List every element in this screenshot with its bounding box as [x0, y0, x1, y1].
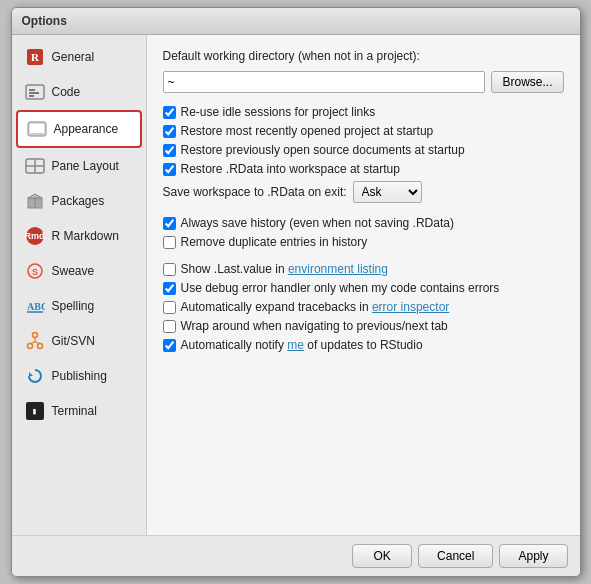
- show-last-value-checkbox[interactable]: [163, 263, 176, 276]
- checkbox-expand-tracebacks: Automatically expand tracebacks in error…: [163, 300, 564, 314]
- code-icon: [24, 81, 46, 103]
- checkbox-use-debug-handler: Use debug error handler only when my cod…: [163, 281, 564, 295]
- appearance-icon: [26, 118, 48, 140]
- ok-button[interactable]: OK: [352, 544, 412, 568]
- sidebar-item-spelling[interactable]: ABC Spelling: [16, 289, 142, 323]
- publishing-icon: [24, 365, 46, 387]
- svg-marker-13: [28, 194, 42, 198]
- auto-notify-label: Automatically notify me of updates to RS…: [181, 338, 423, 352]
- options-dialog: Options R General: [11, 7, 581, 577]
- expand-tracebacks-checkbox[interactable]: [163, 301, 176, 314]
- sidebar-item-sweave[interactable]: S Sweave: [16, 254, 142, 288]
- checkbox-always-save-history: Always save history (even when not savin…: [163, 216, 564, 230]
- checkbox-restore-rdata: Restore .RData into workspace at startup: [163, 162, 564, 176]
- restore-recent-checkbox[interactable]: [163, 125, 176, 138]
- always-save-history-checkbox[interactable]: [163, 217, 176, 230]
- sidebar-item-gitsvn-label: Git/SVN: [52, 334, 95, 348]
- svg-rect-8: [30, 133, 44, 135]
- svg-rect-7: [30, 124, 44, 133]
- svg-text:R: R: [31, 51, 40, 63]
- svg-text:ABC: ABC: [27, 301, 45, 312]
- sidebar-item-publishing[interactable]: Publishing: [16, 359, 142, 393]
- sidebar-item-terminal[interactable]: ▮ Terminal: [16, 394, 142, 428]
- terminal-icon: ▮: [24, 400, 46, 422]
- cancel-button[interactable]: Cancel: [418, 544, 493, 568]
- sidebar-item-terminal-label: Terminal: [52, 404, 97, 418]
- sidebar-item-r-markdown-label: R Markdown: [52, 229, 119, 243]
- svg-point-21: [37, 344, 42, 349]
- save-workspace-row: Save workspace to .RData on exit: Ask Al…: [163, 181, 564, 203]
- svg-marker-25: [29, 372, 33, 376]
- sidebar-item-code[interactable]: Code: [16, 75, 142, 109]
- dialog-footer: OK Cancel Apply: [12, 535, 580, 576]
- sidebar-item-code-label: Code: [52, 85, 81, 99]
- sidebar-item-general-label: General: [52, 50, 95, 64]
- checkbox-show-last-value: Show .Last.value in environment listing: [163, 262, 564, 276]
- working-dir-row: Browse...: [163, 71, 564, 93]
- expand-tracebacks-label: Automatically expand tracebacks in error…: [181, 300, 450, 314]
- dialog-body: R General Code: [12, 35, 580, 535]
- sidebar-item-appearance[interactable]: Appearance: [16, 110, 142, 148]
- checkbox-restore-recent: Restore most recently opened project at …: [163, 124, 564, 138]
- remove-duplicates-checkbox[interactable]: [163, 236, 176, 249]
- sidebar-item-publishing-label: Publishing: [52, 369, 107, 383]
- working-dir-input[interactable]: [163, 71, 486, 93]
- svg-text:S: S: [31, 267, 37, 277]
- spelling-icon: ABC: [24, 295, 46, 317]
- sidebar-item-packages[interactable]: Packages: [16, 184, 142, 218]
- sidebar-item-pane-layout[interactable]: Pane Layout: [16, 149, 142, 183]
- sidebar: R General Code: [12, 35, 147, 535]
- restore-source-checkbox[interactable]: [163, 144, 176, 157]
- checkbox-reuse-idle: Re-use idle sessions for project links: [163, 105, 564, 119]
- packages-icon: [24, 190, 46, 212]
- sweave-icon: S: [24, 260, 46, 282]
- use-debug-handler-checkbox[interactable]: [163, 282, 176, 295]
- sidebar-item-pane-layout-label: Pane Layout: [52, 159, 119, 173]
- svg-line-23: [30, 342, 35, 344]
- checkbox-wrap-around: Wrap around when navigating to previous/…: [163, 319, 564, 333]
- reuse-idle-checkbox[interactable]: [163, 106, 176, 119]
- title-bar: Options: [12, 8, 580, 35]
- sidebar-item-sweave-label: Sweave: [52, 264, 95, 278]
- sidebar-item-gitsvn[interactable]: Git/SVN: [16, 324, 142, 358]
- show-last-value-label: Show .Last.value in environment listing: [181, 262, 388, 276]
- working-dir-label: Default working directory (when not in a…: [163, 49, 564, 63]
- wrap-around-label: Wrap around when navigating to previous/…: [181, 319, 448, 333]
- restore-recent-label: Restore most recently opened project at …: [181, 124, 434, 138]
- wrap-around-checkbox[interactable]: [163, 320, 176, 333]
- restore-rdata-checkbox[interactable]: [163, 163, 176, 176]
- apply-button[interactable]: Apply: [499, 544, 567, 568]
- gitsvn-icon: [24, 330, 46, 352]
- sidebar-item-r-markdown[interactable]: Rmd R Markdown: [16, 219, 142, 253]
- svg-rect-2: [26, 85, 44, 99]
- svg-point-19: [32, 333, 37, 338]
- save-workspace-label: Save workspace to .RData on exit:: [163, 185, 347, 199]
- checkbox-auto-notify: Automatically notify me of updates to RS…: [163, 338, 564, 352]
- sidebar-item-general[interactable]: R General: [16, 40, 142, 74]
- auto-notify-checkbox[interactable]: [163, 339, 176, 352]
- svg-point-20: [27, 344, 32, 349]
- restore-rdata-label: Restore .RData into workspace at startup: [181, 162, 400, 176]
- checkbox-restore-source: Restore previously open source documents…: [163, 143, 564, 157]
- svg-line-24: [35, 342, 40, 344]
- sidebar-item-packages-label: Packages: [52, 194, 105, 208]
- content-area: Default working directory (when not in a…: [147, 35, 580, 535]
- general-icon: R: [24, 46, 46, 68]
- always-save-history-label: Always save history (even when not savin…: [181, 216, 454, 230]
- sidebar-item-spelling-label: Spelling: [52, 299, 95, 313]
- use-debug-handler-label: Use debug error handler only when my cod…: [181, 281, 500, 295]
- pane-layout-icon: [24, 155, 46, 177]
- dialog-title: Options: [22, 14, 67, 28]
- browse-button[interactable]: Browse...: [491, 71, 563, 93]
- save-workspace-select[interactable]: Ask Always Never: [353, 181, 422, 203]
- remove-duplicates-label: Remove duplicate entries in history: [181, 235, 368, 249]
- sidebar-item-appearance-label: Appearance: [54, 122, 119, 136]
- restore-source-label: Restore previously open source documents…: [181, 143, 465, 157]
- reuse-idle-label: Re-use idle sessions for project links: [181, 105, 376, 119]
- r-markdown-icon: Rmd: [24, 225, 46, 247]
- checkbox-remove-duplicates: Remove duplicate entries in history: [163, 235, 564, 249]
